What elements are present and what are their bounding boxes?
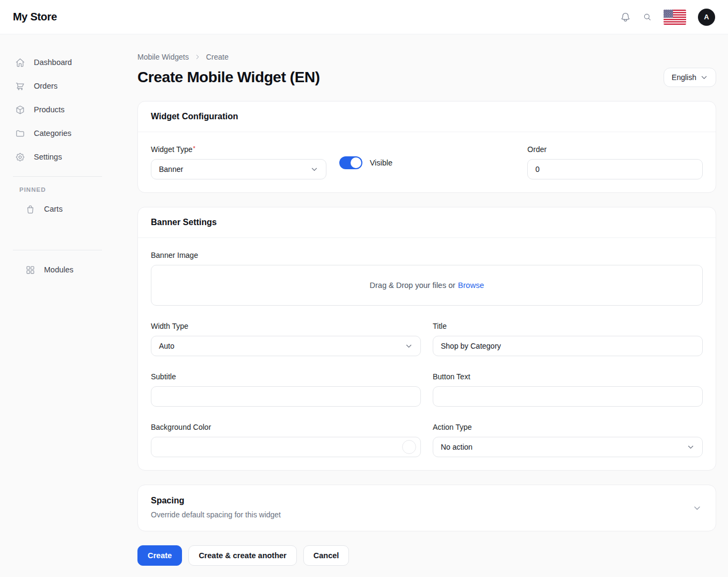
locale-selector[interactable]: English	[664, 68, 716, 87]
sidebar-item-label: Orders	[34, 82, 57, 90]
banner-image-field: Banner Image Drag & Drop your files or B…	[151, 251, 703, 306]
cart-icon	[15, 81, 25, 91]
title-label: Title	[433, 322, 703, 330]
shopping-bag-icon	[25, 204, 35, 214]
width-type-label: Width Type	[151, 322, 421, 330]
brand-logo[interactable]: My Store	[13, 11, 57, 23]
banner-settings-header: Banner Settings	[138, 207, 716, 238]
button-text-label: Button Text	[433, 372, 703, 381]
width-type-value: Auto	[159, 342, 174, 350]
banner-settings-card: Banner Settings Banner Image Drag & Drop…	[137, 207, 716, 471]
chevron-down-icon	[310, 165, 318, 174]
widget-configuration-card: Widget Configuration Widget Type* Banner	[137, 101, 716, 193]
toggle-knob	[351, 157, 361, 168]
notifications-button[interactable]	[620, 12, 631, 23]
spacing-heading: Spacing	[151, 496, 683, 506]
sidebar-item-orders[interactable]: Orders	[0, 74, 114, 98]
visible-label: Visible	[370, 158, 392, 167]
pinned-section-label: PINNED	[0, 184, 114, 197]
spacing-description: Override default spacing for this widget	[151, 510, 683, 519]
breadcrumb-current: Create	[206, 53, 229, 61]
us-flag-icon	[664, 10, 686, 25]
chevron-down-icon	[700, 74, 708, 82]
title-input[interactable]	[433, 336, 703, 356]
order-input[interactable]	[527, 159, 703, 179]
cancel-button[interactable]: Cancel	[303, 545, 350, 566]
required-asterisk: *	[193, 145, 195, 152]
title-field: Title	[433, 322, 703, 356]
subtitle-label: Subtitle	[151, 372, 421, 381]
widget-type-field: Widget Type* Banner	[151, 145, 326, 179]
sidebar-item-label: Modules	[44, 265, 74, 274]
action-type-field: Action Type No action	[433, 423, 703, 457]
button-text-field: Button Text	[433, 372, 703, 407]
sidebar-item-label: Categories	[34, 129, 71, 138]
section-title: Banner Settings	[151, 218, 217, 227]
action-type-select[interactable]: No action	[433, 437, 703, 457]
chevron-down-icon[interactable]	[693, 503, 702, 513]
main-content: Mobile Widgets Create Create Mobile Widg…	[114, 34, 728, 577]
banner-image-dropzone[interactable]: Drag & Drop your files or Browse	[151, 265, 703, 306]
chevron-right-icon	[194, 54, 201, 60]
bell-icon	[620, 12, 631, 23]
subtitle-field: Subtitle	[151, 372, 421, 407]
color-swatch-circle[interactable]	[402, 440, 416, 454]
widget-type-label: Widget Type*	[151, 145, 326, 154]
form-actions: Create Create & create another Cancel	[137, 545, 716, 566]
widget-configuration-header: Widget Configuration	[138, 102, 716, 132]
sidebar-item-categories[interactable]: Categories	[0, 121, 114, 145]
background-color-input[interactable]	[151, 437, 421, 457]
sidebar-item-label: Dashboard	[34, 58, 72, 67]
locale-selector-value: English	[672, 73, 696, 82]
sidebar-divider	[13, 176, 102, 177]
order-label: Order	[527, 145, 703, 154]
spacing-card[interactable]: Spacing Override default spacing for thi…	[137, 485, 716, 531]
width-type-select[interactable]: Auto	[151, 336, 421, 356]
top-header: My Store	[0, 0, 728, 34]
sidebar-item-carts[interactable]: Carts	[0, 197, 114, 221]
order-field: Order	[527, 145, 703, 179]
chevron-down-icon	[687, 443, 695, 451]
sidebar-item-settings[interactable]: Settings	[0, 145, 114, 169]
dropzone-text: Drag & Drop your files or	[370, 281, 456, 290]
background-color-field: Background Color	[151, 423, 421, 457]
breadcrumb-parent[interactable]: Mobile Widgets	[137, 53, 189, 61]
search-button[interactable]	[643, 12, 652, 21]
width-type-field: Width Type Auto	[151, 322, 421, 356]
action-type-label: Action Type	[433, 423, 703, 431]
subtitle-input[interactable]	[151, 386, 421, 407]
breadcrumb: Mobile Widgets Create	[137, 53, 716, 61]
visible-field: Visible	[339, 145, 515, 179]
banner-image-label: Banner Image	[151, 251, 703, 259]
browse-link[interactable]: Browse	[458, 281, 484, 290]
sidebar-item-dashboard[interactable]: Dashboard	[0, 51, 114, 74]
section-title: Widget Configuration	[151, 112, 238, 121]
background-color-label: Background Color	[151, 423, 421, 431]
chevron-down-icon	[405, 342, 413, 350]
create-and-create-another-button[interactable]: Create & create another	[188, 545, 297, 566]
action-type-value: No action	[441, 443, 472, 451]
sidebar: Dashboard Orders Products Categories Set…	[0, 34, 114, 577]
create-button[interactable]: Create	[137, 545, 182, 566]
widget-type-select[interactable]: Banner	[151, 159, 326, 179]
user-avatar[interactable]: A	[698, 9, 715, 26]
grid-icon	[25, 265, 35, 275]
sidebar-item-products[interactable]: Products	[0, 98, 114, 121]
language-flag-button[interactable]	[664, 10, 686, 25]
button-text-input[interactable]	[433, 386, 703, 407]
header-actions: A	[620, 9, 715, 26]
search-icon	[643, 12, 652, 21]
visible-toggle[interactable]	[339, 156, 362, 169]
sidebar-item-label: Settings	[34, 153, 62, 161]
gear-icon	[15, 152, 25, 162]
cube-icon	[15, 105, 25, 115]
page-title: Create Mobile Widget (EN)	[137, 69, 320, 86]
widget-type-value: Banner	[159, 165, 183, 174]
sidebar-divider	[13, 250, 102, 250]
sidebar-item-label: Products	[34, 105, 64, 114]
home-icon	[15, 57, 25, 68]
sidebar-item-modules[interactable]: Modules	[0, 258, 114, 282]
sidebar-item-label: Carts	[44, 205, 63, 213]
folder-icon	[15, 128, 25, 139]
